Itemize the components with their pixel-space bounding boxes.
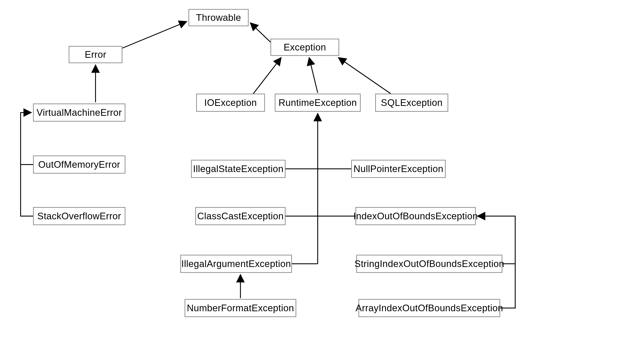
- node-number-format-exception: NumberFormatException: [184, 299, 296, 317]
- node-error: Error: [69, 46, 122, 63]
- node-out-of-memory-error: OutOfMemoryError: [33, 156, 125, 174]
- node-class-cast-exception: ClassCastException: [195, 207, 286, 225]
- node-label: SQLException: [381, 97, 442, 108]
- node-label: ArrayIndexOutOfBoundsException: [356, 303, 503, 313]
- node-label: IllegalArgumentException: [182, 258, 291, 269]
- node-label: IndexOutOfBoundsException: [353, 211, 478, 221]
- diagram-canvas: Throwable Error Exception VirtualMachine…: [0, 0, 644, 354]
- edge-exception-throwable: [250, 23, 271, 43]
- node-runtime-exception: RuntimeException: [275, 94, 361, 112]
- node-virtual-machine-error: VirtualMachineError: [33, 104, 125, 122]
- node-label: StringIndexOutOfBoundsException: [354, 258, 504, 269]
- node-label: Throwable: [196, 12, 241, 23]
- node-label: OutOfMemoryError: [38, 159, 120, 170]
- node-io-exception: IOException: [196, 94, 265, 112]
- node-string-index-out-of-bounds-exception: StringIndexOutOfBoundsException: [356, 255, 502, 273]
- edge-error-throwable: [122, 22, 187, 48]
- node-illegal-argument-exception: IllegalArgumentException: [180, 255, 292, 273]
- node-label: Error: [85, 49, 106, 60]
- node-illegal-state-exception: IllegalStateException: [191, 160, 286, 178]
- node-label: Exception: [284, 42, 326, 53]
- node-label: RuntimeException: [278, 97, 357, 108]
- edge-sqlexception-exception: [338, 58, 391, 94]
- node-array-index-out-of-bounds-exception: ArrayIndexOutOfBoundsException: [358, 299, 500, 317]
- node-throwable: Throwable: [188, 9, 248, 26]
- node-label: NumberFormatException: [187, 303, 294, 313]
- node-label: StackOverflowError: [37, 211, 121, 221]
- node-label: VirtualMachineError: [36, 107, 122, 118]
- edge-ioexception-exception: [253, 58, 281, 94]
- edge-soe-vme: [20, 165, 33, 216]
- edge-runtimeexception-exception: [309, 58, 318, 93]
- node-label: IOException: [204, 97, 257, 108]
- node-label: IllegalStateException: [193, 163, 283, 174]
- node-exception: Exception: [270, 39, 339, 56]
- node-label: ClassCastException: [197, 211, 284, 221]
- node-index-out-of-bounds-exception: IndexOutOfBoundsException: [356, 207, 476, 225]
- edge-oome-vme: [20, 113, 33, 165]
- node-stack-overflow-error: StackOverflowError: [33, 207, 125, 225]
- node-sql-exception: SQLException: [375, 94, 448, 112]
- node-null-pointer-exception: NullPointerException: [351, 160, 446, 178]
- edge-aioob-ioob: [500, 264, 515, 308]
- node-label: NullPointerException: [354, 163, 443, 174]
